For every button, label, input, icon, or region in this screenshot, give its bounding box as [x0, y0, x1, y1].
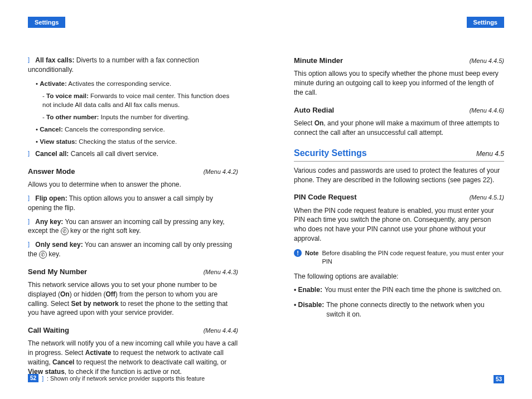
footer-right: 53	[494, 376, 504, 382]
left-page: Settings ] All fax calls: Diverts to a n…	[0, 0, 266, 399]
bullet-icon: ]	[28, 240, 33, 249]
options-intro: The following options are available:	[294, 272, 504, 281]
pin-options: • Enable: You must enter the PIN each ti…	[294, 285, 504, 319]
item-any-key: ] Any key: You can answer an incoming ca…	[28, 217, 238, 236]
bullet-icon: ]	[28, 217, 33, 226]
heading-answer-mode: Answer Mode (Menu 4.4.2)	[28, 167, 238, 177]
bullet-icon: ]	[28, 194, 33, 202]
bullet-icon: ]	[28, 56, 33, 64]
minute-minder-text: This option allows you to specify whethe…	[294, 69, 504, 97]
header-tab-right: Settings	[467, 17, 504, 28]
answer-mode-intro: Allows you to determine when to answer t…	[28, 180, 238, 189]
bullet-icon: ]	[42, 375, 43, 382]
footer-left: 52 ] : Shown only if network service pro…	[28, 374, 205, 382]
heading-minute-minder: Minute Minder (Menu 4.4.5)	[294, 56, 504, 66]
item-cancel: Cancel: Cancels the corresponding servic…	[36, 125, 238, 134]
item-to-vm: To voice mail: Forwards to voice mail ce…	[42, 91, 238, 109]
right-content: Minute Minder (Menu 4.4.5) This option a…	[294, 56, 504, 319]
heading-security-settings: Security Settings Menu 4.5	[294, 147, 504, 161]
item-all-fax: ] All fax calls: Diverts to a number wit…	[28, 56, 238, 75]
page-number-left: 52	[28, 374, 38, 382]
item-only-send: ] Only send key: You can answer an incom…	[28, 240, 238, 259]
option-disable: • Disable: The phone connects directly t…	[294, 300, 504, 319]
send-key-icon	[39, 251, 47, 259]
info-icon: !	[294, 249, 302, 257]
footnote-text: : Shown only if network service provider…	[47, 375, 205, 382]
item-flip-open: ] Flip open: This option allows you to a…	[28, 194, 238, 213]
heading-send-my-number: Send My Number (Menu 4.4.3)	[28, 267, 238, 277]
auto-redial-text: Select On, and your phone will make a ma…	[294, 119, 504, 138]
item-cancel-all: ] Cancel all: Cancels all call divert se…	[28, 149, 238, 159]
note-row: ! Note Before disabling the PIN code req…	[294, 249, 504, 266]
note-text: Before disabling the PIN code request fe…	[322, 249, 504, 266]
note-label: Note	[305, 249, 318, 257]
left-content: ] All fax calls: Diverts to a number wit…	[28, 56, 238, 376]
pin-code-text: When the PIN code request feature is ena…	[294, 206, 504, 244]
item-to-other: To other number: Inputs the number for d…	[42, 113, 238, 121]
right-page: Settings Minute Minder (Menu 4.4.5) This…	[266, 0, 532, 399]
page-number-right: 53	[494, 375, 504, 383]
heading-pin-code: PIN Code Request (Menu 4.5.1)	[294, 192, 504, 202]
end-key-icon	[61, 227, 69, 235]
heading-auto-redial: Auto Redial (Menu 4.4.6)	[294, 105, 504, 115]
option-enable: • Enable: You must enter the PIN each ti…	[294, 285, 504, 295]
bullet-icon: ]	[28, 149, 33, 158]
security-text: Various codes and passwords are used to …	[294, 166, 504, 185]
heading-call-waiting: Call Waiting (Menu 4.4.4)	[28, 325, 238, 335]
item-view-status: View status: Checking the status of the …	[36, 137, 238, 146]
item-activate: Activate: Activates the corresponding se…	[36, 79, 238, 88]
call-waiting-text: The network will notify you of a new inc…	[28, 339, 238, 376]
send-my-number-text: This network service allows you to set y…	[28, 280, 238, 318]
header-tab-left: Settings	[28, 17, 65, 28]
